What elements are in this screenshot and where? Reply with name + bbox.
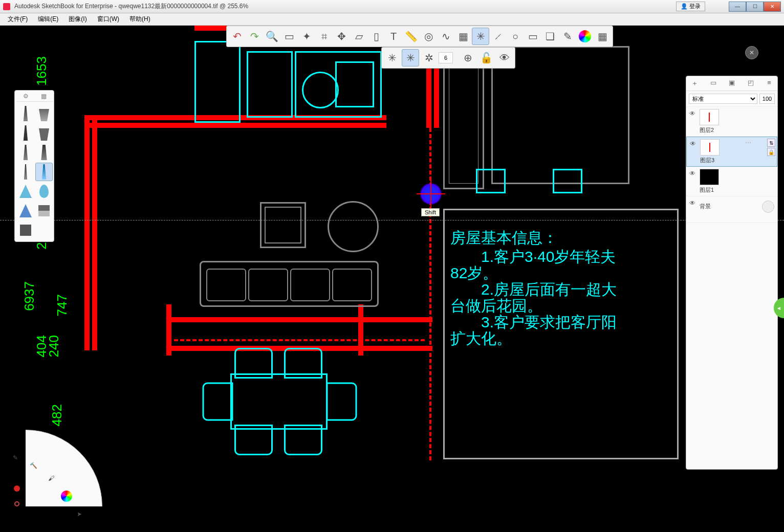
menu-image[interactable]: 图像(I) [64,13,91,25]
wall [84,123,386,128]
visibility-icon[interactable]: 👁 [690,139,697,147]
main-toolbar: ↶ ↷ 🔍 ▭ ✦ ⌗ ✥ ▱ ▯ T 📏 ◎ ∿ ▦ ✳ ⟋ ○ ▭ ❏ ✎ … [226,26,613,47]
redo-button[interactable]: ↷ [246,28,263,45]
chisel-brush[interactable] [35,104,53,123]
sym-visible-button[interactable]: 👁 [496,49,513,66]
apps-button[interactable]: ▦ [594,28,611,45]
login-button[interactable]: 👤 登录 [676,2,705,11]
menu-file[interactable]: 文件(F) [3,13,32,25]
dim-6937: 6937 [21,281,37,311]
color-wheel-button[interactable] [576,28,594,45]
layer-menu-button[interactable]: ≡ [765,79,774,88]
move-up-button[interactable]: ⇅ [767,139,775,147]
image-layer-button[interactable]: ▣ [727,79,736,88]
title-bar: Autodesk SketchBook for Enterprise - qwe… [0,0,784,13]
visibility-icon[interactable]: 👁 [689,198,696,207]
minimize-button[interactable]: — [729,2,746,12]
symmetry-count-input[interactable] [439,52,453,63]
lagoon-pointer[interactable]: ➤ [72,506,87,522]
nightstand [553,169,582,193]
canvas[interactable]: 1653 873 2096 747 6937 240 404 482 [0,26,784,532]
lagoon-color[interactable] [59,489,74,504]
dim-747: 747 [54,294,70,316]
menu-window[interactable]: 窗口(W) [93,13,124,25]
text-button[interactable]: T [385,28,402,45]
lagoon-brush[interactable]: ✎ [8,450,23,465]
lagoon-brush2[interactable]: 🖌 [43,471,59,486]
wall [92,115,97,350]
visibility-icon[interactable]: 👁 [689,169,696,177]
perspective-button[interactable]: ▦ [454,28,472,45]
close-button[interactable]: ✕ [764,2,781,12]
ruler-button[interactable]: 📏 [402,28,420,45]
maximize-button[interactable]: ☐ [746,2,764,12]
ellipse-guide-button[interactable]: ◎ [420,28,437,45]
lagoon-tool[interactable]: 🔨 [26,458,41,473]
sym-center-button[interactable]: ⊕ [459,49,476,66]
bucket-button[interactable]: ▯ [367,28,385,45]
opacity-input[interactable] [759,94,775,104]
fixture [247,51,293,118]
distort-button[interactable]: ▱ [350,28,367,45]
lock-button[interactable]: 🔒 [767,148,775,156]
sym-x-button[interactable]: ✳ [383,49,401,66]
transform-button[interactable]: ✥ [333,28,350,45]
layer-row[interactable]: 👁 图层1 [686,167,777,196]
brush-palette: ⚙ ▦ [14,90,54,242]
french-curve-button[interactable]: ∿ [437,28,454,45]
marker-brush[interactable] [35,124,53,142]
circle-shape-button[interactable]: ○ [507,28,524,45]
settings-icon[interactable]: ⚙ [23,93,29,101]
symmetry-button[interactable]: ✳ [472,28,489,45]
blend-mode-select[interactable]: 标准 [689,94,757,104]
menu-edit[interactable]: 编辑(E) [33,13,63,25]
cursor-symmetry-center[interactable] [420,183,442,205]
mask-button[interactable]: ◰ [746,79,755,88]
menu-bar: 文件(F) 编辑(E) 图像(I) 窗口(W) 帮助(H) [0,13,784,26]
folder-button[interactable]: ▭ [709,79,718,88]
close-panel-button[interactable]: ✕ [745,46,758,59]
layer-name: 图层1 [700,186,719,194]
fixture [194,41,241,123]
info-line: 扩大化。 [450,328,512,349]
pencil-brush[interactable] [17,104,34,123]
lagoon-menu[interactable]: ✎ 🔨 🖌 ➤ [0,430,102,532]
drop-tool[interactable] [35,182,53,201]
stroke-button[interactable]: ⟋ [489,28,507,45]
zoom-button[interactable]: 🔍 [263,28,280,45]
grid-icon[interactable]: ▦ [41,93,47,101]
erase-tool[interactable] [35,202,53,220]
info-title: 房屋基本信息： [450,228,558,249]
lagoon-swatch2[interactable] [9,496,25,512]
undo-button[interactable]: ↶ [228,28,246,45]
rect-shape-button[interactable]: ▭ [524,28,541,45]
layer-row[interactable]: 👁 图层2 [686,107,777,137]
menu-help[interactable]: 帮助(H) [125,13,155,25]
layer-row[interactable]: 👁 背景 [686,196,777,223]
fine-brush[interactable] [17,163,34,181]
lagoon-swatch[interactable] [9,481,25,496]
add-layer-button[interactable]: ＋ [690,79,699,88]
palette-header: ⚙ ▦ [17,93,53,102]
ink-brush[interactable] [17,143,34,162]
round-table [328,201,379,252]
sym-y-button[interactable]: ✳ [402,49,419,66]
layer-row[interactable]: 👁 图层3 ⋯ ⇅ 🔒 [686,137,777,167]
airbrush[interactable] [35,163,53,181]
brush-brush[interactable] [35,143,53,162]
wand-button[interactable]: ✦ [298,28,315,45]
visibility-icon[interactable]: 👁 [689,109,696,117]
brush-lib-button[interactable]: ✎ [559,28,576,45]
artwork [260,202,306,248]
layers-button[interactable]: ❏ [541,28,559,45]
marquee-button[interactable]: ▭ [280,28,298,45]
crop-button[interactable]: ⌗ [315,28,333,45]
fill-tool[interactable] [17,221,34,239]
tri2-tool[interactable] [17,202,34,220]
pen-brush[interactable] [17,124,34,142]
sym-lock-button[interactable]: 🔓 [477,49,495,66]
sym-radial-button[interactable]: ✲ [420,49,438,66]
tri-tool[interactable] [17,182,34,201]
dim-1653: 1653 [34,56,50,86]
nightstand [476,169,506,193]
